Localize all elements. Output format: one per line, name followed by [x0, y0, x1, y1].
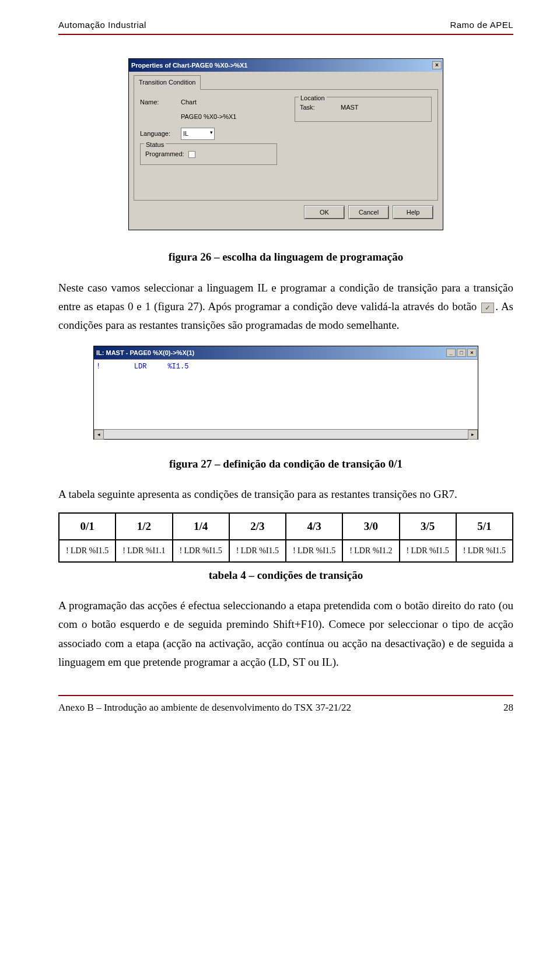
header-right: Ramo de APEL	[450, 17, 513, 33]
close-icon[interactable]: ×	[432, 61, 442, 69]
table-header-cell: 1/4	[173, 513, 229, 540]
status-fieldset: Status Programmed:	[140, 143, 277, 165]
dialog-tab-page: Name: Chart PAGE0 %X0->%X1 Language: IL …	[134, 89, 438, 201]
footer-left: Anexo B – Introdução ao ambiente de dese…	[58, 700, 351, 716]
paragraph-3: A programação das acções é efectua selec…	[58, 596, 513, 672]
table-cell: ! LDR %I1.5	[286, 540, 342, 562]
help-button[interactable]: Help	[393, 205, 433, 220]
ok-button[interactable]: OK	[304, 205, 345, 220]
il-editor-window: IL: MAST - PAGE0 %X(0)->%X(1) _ □ × ! LD…	[93, 346, 478, 440]
table-4-caption: tabela 4 – condições de transição	[58, 566, 513, 585]
task-label: Task:	[300, 102, 341, 113]
tab-transition-condition[interactable]: Transition Condition	[134, 75, 201, 90]
table-cell: ! LDR %I1.2	[342, 540, 399, 562]
editor-content[interactable]: ! LDR %I1.5	[94, 359, 478, 429]
table-header-cell: 1/2	[116, 513, 172, 540]
name-value-2: PAGE0 %X0->%X1	[181, 111, 236, 122]
table-header-cell: 4/3	[286, 513, 342, 540]
table-cell: ! LDR %I1.1	[116, 540, 172, 562]
figure-26-caption: figura 26 – escolha da linguagem de prog…	[58, 248, 513, 266]
editor-title: IL: MAST - PAGE0 %X(0)->%X(1)	[96, 347, 194, 359]
table-cell: ! LDR %I1.5	[229, 540, 286, 562]
figure-27-caption: figura 27 – definição da condição de tra…	[58, 455, 513, 473]
header-left: Automação Industrial	[58, 17, 146, 33]
editor-titlebar: IL: MAST - PAGE0 %X(0)->%X(1) _ □ ×	[94, 346, 478, 360]
minimize-icon[interactable]: _	[446, 349, 456, 357]
location-legend: Location	[299, 93, 327, 104]
cancel-button[interactable]: Cancel	[348, 205, 389, 220]
table-header-cell: 0/1	[59, 513, 116, 540]
scroll-right-icon[interactable]: ▸	[468, 430, 478, 440]
page-header: Automação Industrial Ramo de APEL	[58, 17, 513, 33]
programmed-checkbox[interactable]	[188, 151, 195, 158]
scroll-left-icon[interactable]: ◂	[94, 430, 104, 440]
table-cell: ! LDR %I1.5	[173, 540, 229, 562]
table-header-cell: 5/1	[456, 513, 513, 540]
table-header-cell: 2/3	[229, 513, 286, 540]
table-cell: ! LDR %I1.5	[59, 540, 116, 562]
paragraph-2: A tabela seguinte apresenta as condições…	[58, 485, 513, 504]
header-rule	[58, 34, 513, 35]
dialog-title: Properties of Chart-PAGE0 %X0->%X1	[131, 60, 247, 71]
dialog-titlebar: Properties of Chart-PAGE0 %X0->%X1 ×	[129, 59, 443, 72]
validate-icon[interactable]: ✓	[481, 303, 494, 313]
language-select[interactable]: IL	[181, 128, 215, 140]
properties-dialog: Properties of Chart-PAGE0 %X0->%X1 × Tra…	[128, 58, 443, 231]
close-icon[interactable]: ×	[467, 349, 477, 357]
status-legend: Status	[144, 139, 166, 150]
transition-table: 0/11/21/42/34/33/03/55/1 ! LDR %I1.5! LD…	[58, 512, 513, 563]
task-value: MAST	[341, 102, 359, 113]
maximize-icon[interactable]: □	[457, 349, 466, 357]
name-value-1: Chart	[181, 97, 197, 108]
table-row: ! LDR %I1.5! LDR %I1.1! LDR %I1.5! LDR %…	[59, 540, 513, 562]
table-cell: ! LDR %I1.5	[456, 540, 513, 562]
paragraph-1: Neste caso vamos seleccionar a linguagem…	[58, 279, 513, 335]
programmed-label: Programmed:	[145, 150, 184, 157]
location-fieldset: Location Task: MAST	[295, 97, 432, 122]
language-label: Language:	[140, 128, 181, 139]
editor-hscroll[interactable]: ◂ ▸	[94, 429, 478, 439]
table-cell: ! LDR %I1.5	[400, 540, 456, 562]
name-label: Name:	[140, 97, 181, 108]
table-header-cell: 3/5	[400, 513, 456, 540]
footer-rule	[58, 695, 513, 696]
table-header-cell: 3/0	[342, 513, 399, 540]
page-footer: Anexo B – Introdução ao ambiente de dese…	[58, 700, 513, 716]
footer-right: 28	[503, 700, 513, 716]
